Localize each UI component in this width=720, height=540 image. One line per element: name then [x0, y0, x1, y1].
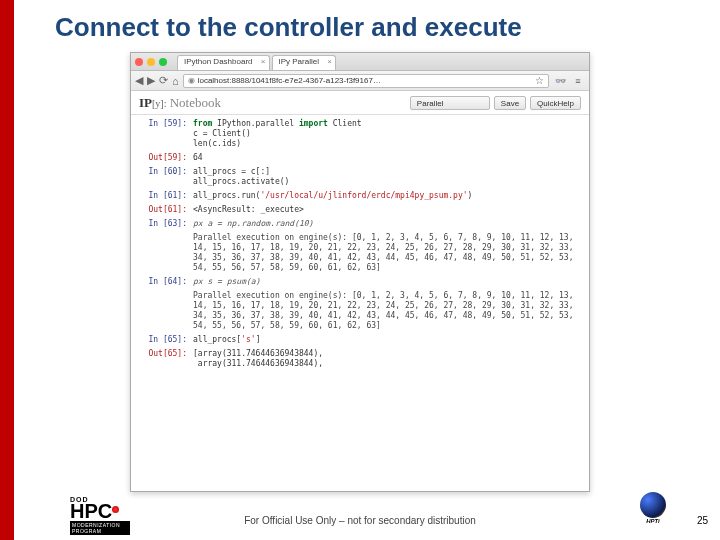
tab-label: IPy Parallel	[279, 57, 319, 66]
zoom-icon[interactable]	[159, 58, 167, 66]
cell-content: px a = np.random.rand(10)	[193, 219, 583, 229]
menu-icon[interactable]: ≡	[571, 76, 585, 86]
notebook-body[interactable]: In [59]:from IPython.parallel import Cli…	[131, 115, 589, 491]
notebook-toolbar: IP[y]: Notebook Parallel Save QuickHelp	[131, 91, 589, 115]
cell-content: Parallel execution on engine(s): [0, 1, …	[193, 233, 583, 273]
cell-content: [array(311.74644636943844), array(311.74…	[193, 349, 583, 369]
in-prompt: In [61]:	[137, 191, 193, 201]
url-text: localhost:8888/1041f8fc-e7e2-4367-a123-f…	[198, 76, 381, 85]
out-prompt: Out[59]:	[137, 153, 193, 163]
logo-dot-icon	[112, 506, 119, 513]
out-prompt: Out[61]:	[137, 205, 193, 215]
stream-output: Parallel execution on engine(s): [0, 1, …	[137, 233, 583, 273]
minimize-icon[interactable]	[147, 58, 155, 66]
slide-title: Connect to the controller and execute	[55, 12, 522, 43]
input-cell[interactable]: In [65]:all_procs['s']	[137, 335, 583, 345]
cell-content: from IPython.parallel import Client c = …	[193, 119, 583, 149]
back-icon[interactable]: ◀	[135, 74, 143, 87]
input-cell[interactable]: In [60]:all_procs = c[:] all_procs.activ…	[137, 167, 583, 187]
window-controls[interactable]	[135, 58, 167, 66]
browser-window: IPython Dashboard × IPy Parallel × ◀ ▶ ⟳…	[130, 52, 590, 492]
tab-parallel[interactable]: IPy Parallel ×	[272, 55, 336, 70]
input-cell[interactable]: In [61]:all_procs.run('/usr/local/u/jlin…	[137, 191, 583, 201]
cell-content: px s = psum(a)	[193, 277, 583, 287]
url-field[interactable]: ◉ localhost:8888/1041f8fc-e7e2-4367-a123…	[183, 74, 549, 88]
quickhelp-button[interactable]: QuickHelp	[530, 96, 581, 110]
out-prompt: Out[65]:	[137, 349, 193, 369]
close-icon[interactable]: ×	[327, 57, 332, 66]
slide-accent-bar	[0, 0, 14, 540]
in-prompt: In [65]:	[137, 335, 193, 345]
cell-content: Parallel execution on engine(s): [0, 1, …	[193, 291, 583, 331]
output-cell: Out[59]:64	[137, 153, 583, 163]
reload-icon[interactable]: ⟳	[159, 74, 168, 87]
tab-label: IPython Dashboard	[184, 57, 253, 66]
stream-output: Parallel execution on engine(s): [0, 1, …	[137, 291, 583, 331]
close-icon[interactable]	[135, 58, 143, 66]
output-cell: Out[61]:<AsyncResult: _execute>	[137, 205, 583, 215]
save-button[interactable]: Save	[494, 96, 526, 110]
globe-icon: ◉	[188, 76, 195, 85]
page-number: 25	[697, 515, 708, 526]
cell-content: 64	[193, 153, 583, 163]
cell-content: all_procs['s']	[193, 335, 583, 345]
tab-dashboard[interactable]: IPython Dashboard ×	[177, 55, 270, 70]
in-prompt: In [60]:	[137, 167, 193, 187]
ipython-brand: IP[y]: Notebook	[139, 95, 221, 111]
footer-text: For Official Use Only – not for secondar…	[0, 515, 720, 526]
address-bar: ◀ ▶ ⟳ ⌂ ◉ localhost:8888/1041f8fc-e7e2-4…	[131, 71, 589, 91]
in-prompt: In [59]:	[137, 119, 193, 149]
input-cell[interactable]: In [59]:from IPython.parallel import Cli…	[137, 119, 583, 149]
cell-content: <AsyncResult: _execute>	[193, 205, 583, 215]
cell-content: all_procs = c[:] all_procs.activate()	[193, 167, 583, 187]
in-prompt	[137, 291, 193, 331]
in-prompt	[137, 233, 193, 273]
input-cell[interactable]: In [63]:px a = np.random.rand(10)	[137, 219, 583, 229]
cell-content: all_procs.run('/usr/local/u/jlinford/erd…	[193, 191, 583, 201]
reader-icon[interactable]: 👓	[553, 76, 567, 86]
output-cell: Out[65]:[array(311.74644636943844), arra…	[137, 349, 583, 369]
in-prompt: In [64]:	[137, 277, 193, 287]
notebook-name-field[interactable]: Parallel	[410, 96, 490, 110]
tab-strip: IPython Dashboard × IPy Parallel ×	[131, 53, 589, 71]
input-cell[interactable]: In [64]:px s = psum(a)	[137, 277, 583, 287]
bookmark-icon[interactable]: ☆	[535, 75, 544, 86]
forward-icon[interactable]: ▶	[147, 74, 155, 87]
close-icon[interactable]: ×	[261, 57, 266, 66]
in-prompt: In [63]:	[137, 219, 193, 229]
home-icon[interactable]: ⌂	[172, 75, 179, 87]
